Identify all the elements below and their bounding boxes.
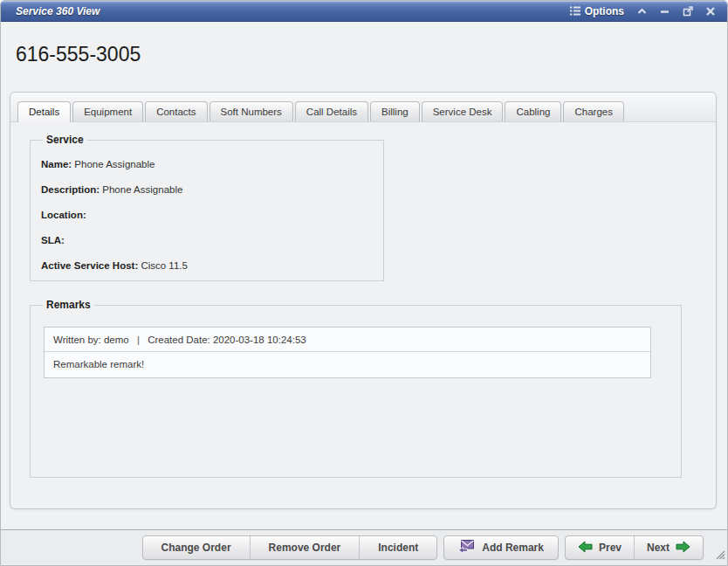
remark-text: Remarkable remark!	[45, 352, 650, 377]
remark-separator: |	[137, 335, 140, 345]
change-order-button[interactable]: Change Order	[143, 536, 250, 559]
tab-soft-numbers[interactable]: Soft Numbers	[209, 101, 293, 121]
field-sla-label: SLA:	[41, 235, 65, 245]
tab-equipment[interactable]: Equipment	[72, 101, 143, 121]
titlebar-controls: Options	[570, 5, 727, 17]
add-remark-button[interactable]: Add Remark	[443, 535, 559, 560]
prev-label: Prev	[599, 542, 622, 554]
collapse-button[interactable]	[637, 8, 647, 15]
remark-written-by: Written by: demo	[53, 335, 129, 345]
incident-button[interactable]: Incident	[359, 536, 436, 559]
popout-button[interactable]	[683, 6, 693, 17]
tab-service-desk[interactable]: Service Desk	[422, 101, 504, 121]
prev-button[interactable]: Prev	[566, 536, 634, 559]
minimize-icon	[660, 8, 670, 15]
service-legend: Service	[43, 134, 87, 146]
chevron-up-icon	[637, 8, 647, 15]
tab-content-details: Service Name: Phone Assignable Descripti…	[10, 122, 716, 478]
tab-billing[interactable]: Billing	[370, 101, 420, 121]
resize-grip[interactable]	[714, 548, 725, 563]
service-360-window: Service 360 View Options	[0, 0, 728, 566]
titlebar: Service 360 View Options	[1, 1, 727, 22]
field-description-label: Description:	[41, 184, 100, 195]
arrow-left-icon	[578, 541, 593, 556]
footer-toolbar: Change Order Remove Order Incident Add R…	[1, 529, 727, 565]
next-label: Next	[647, 542, 670, 554]
remark-item: Written by: demo | Created Date: 2020-03…	[44, 327, 651, 378]
remarks-legend: Remarks	[43, 299, 94, 311]
field-sla: SLA:	[41, 234, 373, 246]
next-button[interactable]: Next	[634, 536, 703, 559]
remark-created-date: Created Date: 2020-03-18 10:24:53	[148, 335, 306, 345]
field-active-service-host-value: Cisco 11.5	[141, 260, 187, 271]
field-location: Location:	[41, 209, 373, 221]
field-name-value: Phone Assignable	[74, 159, 155, 169]
service-section: Service Name: Phone Assignable Descripti…	[30, 134, 384, 281]
options-list-icon	[570, 6, 580, 16]
options-button[interactable]: Options	[570, 5, 624, 17]
page-title: 616-555-3005	[16, 43, 727, 66]
minimize-button[interactable]	[660, 8, 670, 15]
window-title: Service 360 View	[1, 5, 100, 17]
field-active-service-host: Active Service Host: Cisco 11.5	[41, 259, 373, 272]
order-button-group: Change Order Remove Order Incident	[142, 535, 438, 560]
add-remark-label: Add Remark	[482, 542, 544, 554]
popout-icon	[683, 6, 693, 17]
tab-details[interactable]: Details	[17, 101, 71, 122]
close-button[interactable]	[706, 7, 715, 16]
envelope-arrow-icon	[458, 539, 475, 556]
remarks-section: Remarks Written by: demo | Created Date:…	[30, 299, 682, 478]
field-active-service-host-label: Active Service Host:	[41, 260, 138, 271]
field-location-label: Location:	[41, 210, 86, 220]
tab-strip: Details Equipment Contacts Soft Numbers …	[10, 93, 716, 122]
nav-button-group: Prev Next	[565, 535, 704, 560]
remove-order-button[interactable]: Remove Order	[250, 536, 360, 559]
options-label: Options	[585, 5, 624, 17]
close-icon	[706, 7, 715, 16]
field-description-value: Phone Assignable	[102, 184, 182, 195]
tab-call-details[interactable]: Call Details	[295, 101, 368, 121]
remark-header: Written by: demo | Created Date: 2020-03…	[45, 328, 650, 352]
arrow-right-icon	[676, 541, 690, 556]
field-description: Description: Phone Assignable	[41, 183, 373, 196]
tab-cabling[interactable]: Cabling	[505, 101, 561, 121]
field-name: Name: Phone Assignable	[41, 158, 373, 170]
tab-panel: Details Equipment Contacts Soft Numbers …	[10, 92, 717, 509]
field-name-label: Name:	[41, 159, 72, 169]
tab-charges[interactable]: Charges	[563, 101, 623, 121]
tab-contacts[interactable]: Contacts	[145, 101, 207, 121]
